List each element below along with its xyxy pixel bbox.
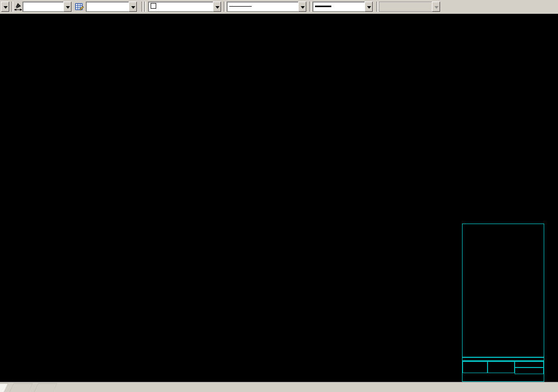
- color-swatch-icon: [151, 3, 156, 9]
- toolbar-separator: [144, 2, 146, 12]
- drawing-area[interactable]: [0, 14, 558, 382]
- title-block: [462, 361, 544, 382]
- title-small-grid: [515, 374, 544, 381]
- chevron-down-icon[interactable]: [63, 2, 71, 12]
- bom-table: [462, 224, 544, 357]
- dim-style-icon[interactable]: [13, 2, 23, 12]
- tech-notes: [302, 304, 412, 305]
- text-style-combo[interactable]: [86, 2, 137, 12]
- drawing-title-char: [488, 361, 515, 373]
- text-style-value[interactable]: [86, 2, 129, 12]
- chevron-down-icon[interactable]: [129, 2, 137, 12]
- tab-model-clip: [0, 383, 8, 392]
- linetype-sample-icon: [229, 6, 252, 7]
- drawing-code: [515, 361, 544, 368]
- object-properties-toolbar: [0, 0, 558, 14]
- tab-layout2[interactable]: [34, 383, 57, 392]
- toolbar-separator: [309, 2, 311, 12]
- toolbar-separator: [376, 2, 378, 12]
- tab-model[interactable]: [0, 383, 8, 392]
- plot-style-combo: [379, 2, 440, 12]
- signature-grid: [463, 373, 515, 381]
- chevron-down-icon: [432, 2, 440, 12]
- chevron-down-icon[interactable]: [298, 2, 306, 12]
- chevron-down-icon[interactable]: [365, 2, 373, 12]
- bom-header-row: [462, 357, 544, 361]
- table-style-icon[interactable]: [75, 2, 84, 12]
- toolbar-separator: [224, 2, 226, 12]
- tab-layout1[interactable]: [9, 383, 33, 392]
- lineweight-combo[interactable]: [312, 2, 373, 12]
- color-combo[interactable]: [148, 2, 221, 12]
- chevron-down-icon[interactable]: [1, 2, 9, 12]
- application-window: [0, 0, 558, 392]
- plot-style-value: [379, 2, 432, 12]
- drawing-name: [515, 368, 544, 374]
- chevron-down-icon[interactable]: [213, 2, 221, 12]
- dim-style-value[interactable]: [22, 2, 64, 12]
- dim-style-combo[interactable]: [22, 2, 71, 12]
- toolbar-separator: [141, 2, 143, 12]
- lineweight-sample-icon: [315, 6, 331, 7]
- title-block-grid: [463, 361, 488, 373]
- linetype-combo[interactable]: [227, 2, 306, 12]
- toolbar-stub-combo[interactable]: [0, 2, 9, 12]
- layout-tab-bar: [0, 382, 558, 392]
